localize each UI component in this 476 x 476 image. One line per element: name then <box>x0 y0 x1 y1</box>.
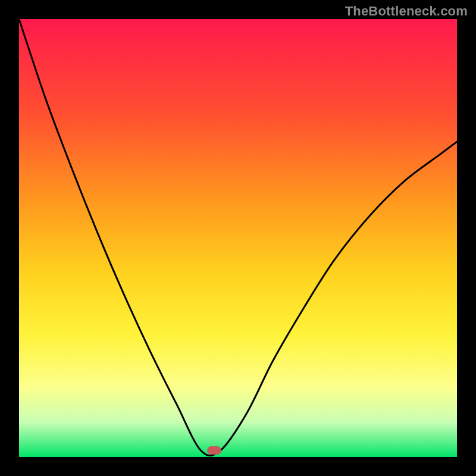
watermark-text: TheBottleneck.com <box>345 4 468 19</box>
result-marker <box>207 446 221 455</box>
bottleneck-curve <box>19 19 457 457</box>
chart-frame: TheBottleneck.com <box>0 0 476 476</box>
